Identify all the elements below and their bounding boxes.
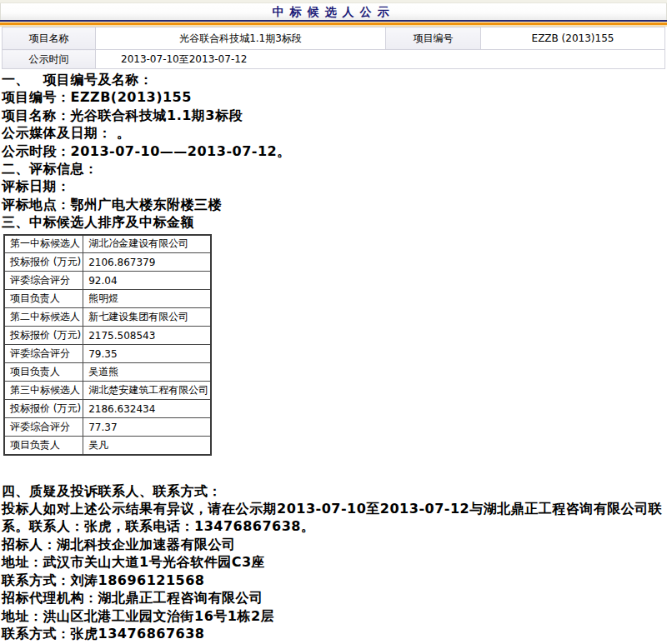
- row-value: 77.37: [83, 418, 212, 437]
- row-label: 投标报价 (万元): [4, 400, 83, 418]
- table-row: 第二中标候选人 新七建设集团有限公司: [4, 308, 211, 327]
- table-row: 项目名称 光谷联合科技城1.1期3标段 项目编号 EZZB (2013)155: [3, 27, 665, 50]
- table-row: 第三中标候选人 湖北楚安建筑工程有限公司: [4, 382, 211, 400]
- row-value: 92.04: [83, 272, 212, 290]
- body-line: 招标代理机构：湖北鼎正工程咨询有限公司: [2, 589, 666, 607]
- body-line: 项目编号：EZZB(2013)155: [2, 88, 666, 106]
- row-label: 项目负责人: [4, 290, 83, 308]
- table-row: 公示时间 2013-07-10至2013-07-12: [3, 50, 665, 69]
- project-no-value: EZZB (2013)155: [481, 27, 665, 50]
- page-title: 中标候选人公示: [273, 3, 395, 20]
- row-label: 第二中标候选人: [4, 308, 83, 327]
- publicity-time-label: 公示时间: [3, 50, 96, 69]
- table-row: 投标报价 (万元) 2175.508543: [4, 327, 211, 345]
- table-row: 项目负责人 吴凡: [4, 437, 211, 455]
- section1-heading: 一、 项目编号及名称：: [2, 71, 666, 88]
- row-label: 投标报价 (万元): [4, 327, 83, 345]
- bid-candidates-table: 第一中标候选人 湖北冶金建设有限公司 投标报价 (万元) 2106.867379…: [3, 234, 212, 456]
- body-line: 招标人：湖北科技企业加速器有限公司: [2, 536, 666, 553]
- table-row: 评委综合评分 77.37: [4, 418, 211, 437]
- project-name-value: 光谷联合科技城1.1期3标段: [96, 27, 386, 50]
- body-line: 评标日期：: [2, 177, 666, 195]
- spacer: [2, 456, 667, 482]
- announcement-title-bar: 中标候选人公示: [0, 3, 667, 20]
- body-line: 公示媒体及日期： 。: [2, 124, 666, 142]
- row-value: 吴道熊: [83, 363, 212, 382]
- row-label: 项目负责人: [4, 363, 83, 382]
- row-label: 第一中标候选人: [4, 235, 83, 253]
- table-row: 投标报价 (万元) 2106.867379: [4, 253, 211, 272]
- table-row: 评委综合评分 92.04: [4, 272, 211, 290]
- row-value: 湖北冶金建设有限公司: [83, 235, 212, 253]
- row-value: 湖北楚安建筑工程有限公司: [83, 382, 212, 400]
- publicity-time-value: 2013-07-10至2013-07-12: [96, 50, 665, 69]
- row-label: 评委综合评分: [4, 418, 83, 437]
- body-line: 项目名称：光谷联合科技城1.1期3标段: [2, 107, 666, 124]
- row-value: 79.35: [83, 345, 212, 363]
- body-line: 地址：武汉市关山大道1号光谷软件园C3座: [2, 553, 666, 571]
- row-value: 2175.508543: [83, 327, 212, 345]
- body-line: 地址：洪山区北港工业园文治街16号1栋2层: [2, 607, 666, 625]
- body-line: 联系方式：张虎13476867638: [2, 625, 666, 642]
- body-line: 公示时段：2013-07-10——2013-07-12。: [2, 142, 666, 160]
- row-value: 吴凡: [83, 437, 212, 455]
- row-label: 评委综合评分: [4, 345, 83, 363]
- table-row: 投标报价 (万元) 2186.632434: [4, 400, 211, 418]
- body-line: 投标人如对上述公示结果有异议，请在公示期2013-07-10至2013-07-1…: [2, 500, 666, 536]
- row-value: 2186.632434: [83, 400, 212, 418]
- row-label: 评委综合评分: [4, 272, 83, 290]
- row-value: 2106.867379: [83, 253, 212, 272]
- row-label: 第三中标候选人: [4, 382, 83, 400]
- table-row: 评委综合评分 79.35: [4, 345, 211, 363]
- section4-heading: 四、质疑及投诉联系人、联系方式：: [2, 482, 666, 500]
- row-value: 熊明煜: [83, 290, 212, 308]
- row-value: 新七建设集团有限公司: [83, 308, 212, 327]
- row-label: 项目负责人: [4, 437, 83, 455]
- table-row: 项目负责人 熊明煜: [4, 290, 211, 308]
- section3-heading: 三、中标候选人排序及中标金额: [2, 213, 666, 231]
- section2-heading: 二、评标信息：: [2, 160, 666, 177]
- announcement-body: 一、 项目编号及名称： 项目编号：EZZB(2013)155 项目名称：光谷联合…: [0, 69, 667, 642]
- project-name-label: 项目名称: [3, 27, 96, 50]
- project-summary-table: 项目名称 光谷联合科技城1.1期3标段 项目编号 EZZB (2013)155 …: [2, 27, 665, 69]
- table-row: 第一中标候选人 湖北冶金建设有限公司: [4, 235, 211, 253]
- project-no-label: 项目编号: [386, 27, 481, 50]
- body-line: 联系方式：刘涛18696121568: [2, 572, 666, 589]
- body-line: 评标地点：鄂州广电大楼东附楼三楼: [2, 196, 666, 213]
- table-row: 项目负责人 吴道熊: [4, 363, 211, 382]
- row-label: 投标报价 (万元): [4, 253, 83, 272]
